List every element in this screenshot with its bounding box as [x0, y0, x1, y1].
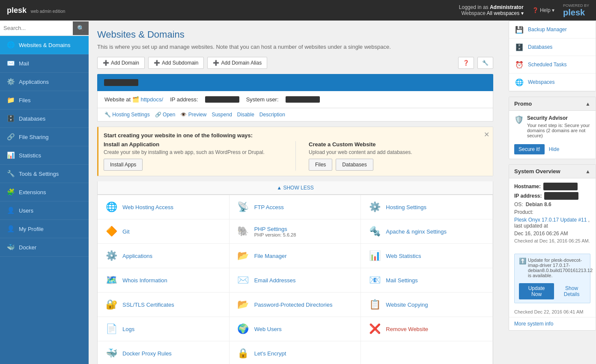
webspaces-link[interactable]: Webspaces [528, 79, 554, 85]
feature-hosting-settings[interactable]: ⚙️ Hosting Settings [361, 195, 493, 219]
add-subdomain-icon: ➕ [154, 60, 160, 66]
remove-website-link[interactable]: Remove Website [386, 326, 428, 332]
help-button[interactable]: ❓ Help ▾ [532, 7, 554, 13]
search-button[interactable]: 🔍 [73, 21, 89, 35]
docker-proxy-link[interactable]: Docker Proxy Rules [122, 350, 172, 357]
httpdocs-link[interactable]: httpdocs/ [140, 96, 163, 103]
search-input[interactable] [0, 21, 73, 36]
ftp-access-link[interactable]: FTP Access [254, 204, 284, 210]
sidebar-item-mail[interactable]: ✉️ Mail [0, 54, 89, 73]
description-link[interactable]: Description [259, 112, 285, 118]
email-addresses-link[interactable]: Email Addresses [254, 277, 296, 284]
hosting-settings-link2[interactable]: Hosting Settings [386, 204, 426, 210]
feature-ssl-tls[interactable]: 🔐 SSL/TLS Certificates [98, 293, 229, 317]
more-system-info-link[interactable]: More system info [509, 317, 596, 330]
feature-web-statistics[interactable]: 📊 Web Statistics [361, 244, 493, 268]
add-domain-button[interactable]: ➕ Add Domain [97, 57, 145, 69]
git-link[interactable]: Git [122, 228, 130, 235]
sidebar-item-users[interactable]: 👤 Users [0, 201, 89, 220]
php-settings-link[interactable]: PHP Settings [254, 226, 287, 232]
show-details-button[interactable]: Show Details [557, 285, 586, 297]
logs-link[interactable]: Logs [122, 326, 134, 332]
logs-icon: 📄 [104, 322, 118, 336]
feature-ftp-access[interactable]: 📡 FTP Access [229, 195, 361, 219]
feature-whois[interactable]: 🗺️ Whois Information [98, 268, 229, 293]
sidebar-item-file-sharing[interactable]: 🔗 File Sharing [0, 128, 89, 146]
feature-docker-proxy-rules[interactable]: 🐳 Docker Proxy Rules [98, 341, 229, 364]
ip-row: IP address: [514, 192, 590, 200]
web-statistics-link[interactable]: Web Statistics [386, 253, 421, 259]
ip-value [544, 192, 578, 200]
sidebar-item-docker[interactable]: 🐳 Docker [0, 238, 89, 257]
lets-encrypt-icon: 🔒 [236, 346, 250, 360]
settings-icon-button[interactable]: 🔧 [477, 57, 493, 69]
web-users-link[interactable]: Web Users [254, 326, 282, 332]
hide-button[interactable]: Hide [549, 144, 560, 154]
ssl-tls-link[interactable]: SSL/TLS Certificates [122, 302, 174, 308]
promo-close-button[interactable]: ✕ [484, 130, 489, 139]
help-icon-button[interactable]: ❓ [458, 57, 474, 69]
mail-settings-link[interactable]: Mail Settings [386, 277, 417, 284]
sidebar-item-databases[interactable]: 🗄️ Databases [0, 109, 89, 128]
feature-php-settings[interactable]: 🐘 PHP Settings PHP version: 5.6.28 [229, 219, 361, 244]
product-link[interactable]: Plesk Onyx 17.0.17 Update #11 [514, 217, 587, 223]
preview-link[interactable]: 👁️ Preview [180, 112, 206, 118]
feature-applications[interactable]: ⚙️ Applications [98, 244, 229, 268]
password-protected-link[interactable]: Password-Protected Directories [254, 302, 333, 308]
right-sidebar: 💾 Backup Manager 🗄️ Databases ⏰ Schedule… [502, 21, 596, 364]
sidebar-item-label: Websites & Domains [19, 42, 70, 48]
databases-link[interactable]: Databases [528, 44, 552, 50]
applications-link[interactable]: Applications [122, 253, 152, 259]
suspend-link[interactable]: Suspend [212, 112, 232, 118]
show-less-bar[interactable]: ▲ SHOW LESS [97, 181, 493, 195]
open-link[interactable]: 🔗 Open [155, 112, 176, 118]
sidebar-item-statistics[interactable]: 📊 Statistics [0, 146, 89, 165]
sidebar-item-extensions[interactable]: 🧩 Extensions [0, 183, 89, 201]
scheduled-tasks-item[interactable]: ⏰ Scheduled Tasks [509, 56, 596, 74]
install-apps-button[interactable]: Install Apps [104, 159, 143, 171]
feature-web-hosting-access[interactable]: 🌐 Web Hosting Access [98, 195, 229, 219]
file-manager-link[interactable]: File Manager [254, 253, 287, 259]
system-overview-collapse-button[interactable]: ▲ [585, 169, 590, 175]
sidebar-item-my-profile[interactable]: 👤 My Profile [0, 220, 89, 238]
whois-link[interactable]: Whois Information [122, 277, 167, 284]
databases-item[interactable]: 🗄️ Databases [509, 38, 596, 56]
sidebar-item-tools-settings[interactable]: 🔧 Tools & Settings [0, 165, 89, 183]
web-hosting-access-link[interactable]: Web Hosting Access [122, 204, 173, 210]
feature-lets-encrypt[interactable]: 🔒 Let's Encrypt [229, 341, 361, 364]
promo-collapse-button[interactable]: ▲ [585, 101, 590, 107]
website-copying-link[interactable]: Website Copying [386, 302, 428, 308]
sidebar-item-files[interactable]: 📁 Files [0, 91, 89, 109]
feature-git[interactable]: 🔶 Git [98, 219, 229, 244]
sidebar-item-applications[interactable]: ⚙️ Applications [0, 73, 89, 91]
hosting-settings-link[interactable]: 🔧 Hosting Settings [104, 112, 150, 118]
files-button[interactable]: Files [309, 159, 332, 171]
databases-button[interactable]: Databases [336, 159, 373, 171]
search-box[interactable]: 🔍 [0, 21, 89, 36]
add-domain-alias-button[interactable]: ➕ Add Domain Alias [207, 57, 267, 69]
backup-manager-item[interactable]: 💾 Backup Manager [509, 21, 596, 38]
webspaces-item[interactable]: 🌐 Webspaces [509, 74, 596, 91]
secure-it-button[interactable]: Secure it! [514, 144, 545, 154]
apache-nginx-icon: 🔩 [368, 225, 381, 238]
feature-mail-settings[interactable]: 📧 Mail Settings [361, 268, 493, 293]
sidebar-item-websites-domains[interactable]: 🌐 Websites & Domains [0, 36, 89, 54]
scheduled-tasks-link[interactable]: Scheduled Tasks [528, 62, 567, 68]
feature-apache-nginx[interactable]: 🔩 Apache & nginx Settings [361, 219, 493, 244]
all-webspaces-btn[interactable]: All webspaces [487, 10, 520, 16]
disable-link[interactable]: Disable [237, 112, 254, 118]
add-subdomain-button[interactable]: ➕ Add Subdomain [148, 57, 204, 69]
feature-web-users[interactable]: 🌍 Web Users [229, 317, 361, 341]
feature-email-addresses[interactable]: ✉️ Email Addresses [229, 268, 361, 293]
lets-encrypt-link[interactable]: Let's Encrypt [254, 350, 286, 357]
feature-logs[interactable]: 📄 Logs [98, 317, 229, 341]
feature-website-copying[interactable]: 📋 Website Copying [361, 293, 493, 317]
feature-file-manager[interactable]: 📂 File Manager [229, 244, 361, 268]
apache-nginx-link[interactable]: Apache & nginx Settings [386, 228, 447, 235]
feature-remove-website[interactable]: ❌ Remove Website [361, 317, 493, 341]
update-now-button[interactable]: Update Now [519, 283, 554, 299]
feature-password-protected-dirs[interactable]: 📂 Password-Protected Directories [229, 293, 361, 317]
backup-manager-link[interactable]: Backup Manager [528, 27, 567, 33]
custom-website-option: Create a Custom Website Upload your web … [309, 141, 488, 171]
sidebar-item-label: Tools & Settings [19, 171, 59, 177]
